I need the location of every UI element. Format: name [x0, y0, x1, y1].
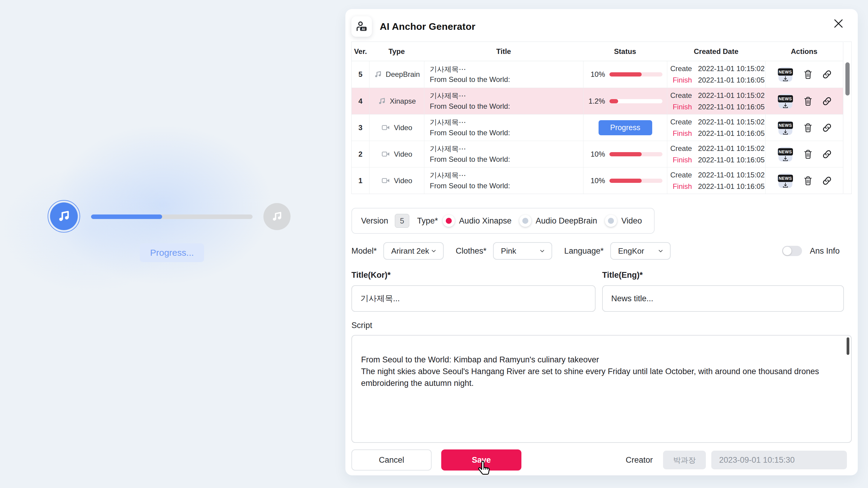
link-icon[interactable] — [822, 96, 832, 106]
versions-table: Ver. Type Title Status Created Date Acti… — [351, 41, 852, 194]
model-options-row: Model* Arirant 2ek Clothes* Pink Languag… — [351, 242, 852, 260]
radio-audio-deepbrain[interactable]: Audio DeepBrain — [519, 215, 597, 227]
type-cell: Video — [369, 115, 424, 141]
clothes-select[interactable]: Pink — [493, 242, 552, 260]
close-icon[interactable] — [831, 16, 846, 31]
ai-anchor-generator-dialog: AI AI Anchor Generator Ver. Type Title S… — [345, 9, 858, 475]
table-scrollbar[interactable] — [844, 41, 852, 194]
col-header-title: Title — [424, 47, 583, 56]
title-eng-input[interactable] — [602, 285, 844, 312]
status-progress-bar — [610, 178, 662, 183]
col-header-type: Type — [369, 47, 424, 56]
download-news-button[interactable]: NEWS — [777, 145, 794, 163]
created-date-cell: Create2022-11-01 10:15:02 Finish2022-11-… — [667, 141, 765, 167]
save-button[interactable]: Save — [441, 450, 521, 470]
script-text: From Seoul to the World: Kimbap and Ramy… — [361, 355, 819, 388]
download-news-button[interactable]: NEWS — [777, 119, 794, 137]
col-header-created: Created Date — [667, 47, 765, 56]
title-cell: 기사제목⋯From Seoul to the World: — [424, 61, 583, 88]
script-scrollbar-thumb[interactable] — [846, 337, 849, 355]
type-label: DeepBrain — [386, 70, 420, 78]
version-number: 4 — [352, 88, 369, 114]
created-datetime: 2023-09-01 10:15:30 — [711, 451, 847, 469]
dialog-title: AI Anchor Generator — [380, 21, 475, 32]
model-select[interactable]: Arirant 2ek — [383, 242, 444, 260]
table-row[interactable]: 3 Video 기사제목⋯From Seoul to the World: Pr… — [352, 114, 843, 141]
dialog-header: AI AI Anchor Generator — [351, 9, 852, 41]
title-cell: 기사제목⋯From Seoul to the World: — [424, 167, 583, 194]
video-icon — [381, 150, 390, 159]
dialog-footer: Cancel Save Creator 박과장 2023-09-01 10:15… — [351, 450, 852, 470]
audio-progress-bar — [91, 215, 253, 219]
link-icon[interactable] — [822, 149, 832, 159]
title-cell: 기사제목⋯From Seoul to the World: — [424, 141, 583, 167]
language-label: Language* — [564, 247, 604, 256]
audio-generation-progress-widget: Progress... — [0, 0, 345, 488]
created-date-cell: Create2022-11-01 10:15:02 Finish2022-11-… — [667, 88, 765, 114]
ans-info-label: Ans Info — [810, 247, 840, 256]
creator-label: Creator — [626, 455, 653, 465]
actions-cell: NEWS — [765, 167, 843, 194]
type-label: Xinapse — [390, 97, 416, 105]
table-row-selected[interactable]: 4 Xinapse 기사제목⋯From Seoul to the World: … — [352, 88, 843, 114]
progress-button[interactable]: Progress — [598, 120, 652, 135]
table-row[interactable]: 2 Video 기사제목⋯From Seoul to the World: 10… — [352, 141, 843, 167]
radio-icon — [443, 215, 455, 227]
delete-icon[interactable] — [803, 69, 813, 79]
type-cell: Video — [369, 167, 424, 194]
col-header-ver: Ver. — [352, 47, 369, 56]
progress-tooltip: Progress... — [140, 243, 204, 262]
video-icon — [381, 123, 390, 132]
title-inputs-row — [351, 285, 852, 312]
link-icon[interactable] — [822, 69, 832, 79]
col-header-actions: Actions — [765, 47, 843, 56]
status-cell: Progress — [583, 115, 667, 141]
language-select[interactable]: EngKor — [610, 242, 671, 260]
creator-value: 박과장 — [663, 451, 706, 469]
table-row[interactable]: 5 DeepBrain 기사제목⋯From Seoul to the World… — [352, 61, 843, 88]
table-header-row: Ver. Type Title Status Created Date Acti… — [352, 42, 843, 61]
title-kor-input[interactable] — [351, 285, 595, 312]
link-icon[interactable] — [822, 123, 832, 133]
status-progress-bar — [610, 152, 662, 156]
clothes-label: Clothes* — [456, 247, 487, 256]
type-radio-group: Audio Xinapse Audio DeepBrain Video — [443, 215, 642, 227]
download-news-button[interactable]: NEWS — [777, 92, 794, 110]
toggle-knob — [783, 247, 792, 255]
version-number: 2 — [352, 141, 369, 167]
delete-icon[interactable] — [803, 96, 813, 106]
radio-icon — [519, 215, 531, 227]
link-icon[interactable] — [822, 175, 832, 186]
cancel-button[interactable]: Cancel — [351, 450, 432, 470]
music-note-icon — [50, 202, 78, 230]
download-news-button[interactable]: NEWS — [777, 172, 794, 190]
radio-video[interactable]: Video — [605, 215, 642, 227]
actions-cell: NEWS — [765, 141, 843, 167]
radio-audio-xinapse[interactable]: Audio Xinapse — [443, 215, 512, 227]
status-percent: 10% — [588, 176, 605, 185]
delete-icon[interactable] — [803, 123, 813, 133]
type-label: Video — [394, 150, 412, 158]
audio-progress-fill — [91, 215, 162, 219]
delete-icon[interactable] — [803, 175, 813, 186]
status-cell: 10% — [583, 167, 667, 194]
version-number: 1 — [352, 167, 369, 194]
table-row[interactable]: 1 Video 기사제목⋯From Seoul to the World: 10… — [352, 167, 843, 194]
script-label: Script — [351, 321, 852, 330]
status-progress-bar — [610, 99, 662, 103]
music-note-icon — [378, 97, 386, 105]
download-news-button[interactable]: NEWS — [777, 65, 794, 84]
ai-anchor-icon: AI — [351, 16, 372, 37]
status-percent: 10% — [588, 70, 605, 78]
created-date-cell: Create2022-11-01 10:15:02 Finish2022-11-… — [667, 61, 765, 88]
type-cell: Video — [369, 141, 424, 167]
type-cell: Xinapse — [369, 88, 424, 114]
title-eng-label: Title(Eng)* — [602, 270, 852, 280]
type-label: Type* — [417, 216, 438, 226]
title-cell: 기사제목⋯From Seoul to the World: — [424, 88, 583, 114]
script-textarea[interactable]: From Seoul to the World: Kimbap and Ramy… — [351, 335, 852, 443]
ans-info-toggle[interactable] — [782, 246, 802, 256]
delete-icon[interactable] — [803, 149, 813, 159]
table-scrollbar-thumb[interactable] — [845, 62, 849, 96]
music-note-icon — [374, 70, 382, 78]
